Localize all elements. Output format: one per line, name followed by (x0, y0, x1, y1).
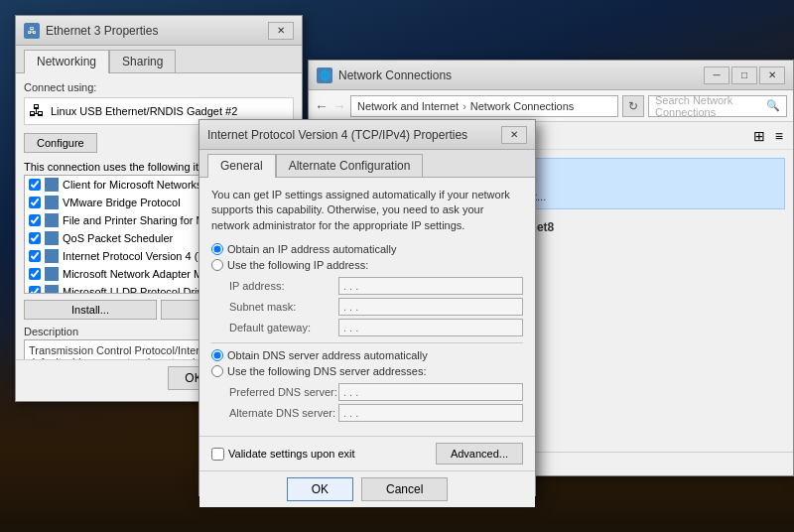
preferred-dns-input[interactable] (338, 383, 523, 401)
tab-sharing[interactable]: Sharing (109, 50, 176, 72)
item-2-icon (45, 213, 59, 227)
preferred-dns-label: Preferred DNS server: (229, 386, 338, 398)
ip-address-input[interactable] (338, 277, 523, 295)
tcpip-info-text: You can get IP settings assigned automat… (211, 188, 523, 233)
auto-dns-radio[interactable] (211, 349, 223, 361)
tcpip-titlebar: Internet Protocol Version 4 (TCP/IPv4) P… (199, 120, 535, 150)
item-5-icon (45, 267, 59, 281)
props-titlebar: 🖧 Ethernet 3 Properties ✕ (16, 16, 302, 46)
item-4-checkbox[interactable] (29, 250, 41, 262)
props-window-controls: ✕ (268, 22, 294, 40)
validate-row: Validate settings upon exit (211, 448, 355, 461)
tcpip-ok-button[interactable]: OK (287, 477, 353, 501)
auto-ip-label: Obtain an IP address automatically (227, 243, 396, 255)
gateway-input[interactable] (338, 319, 523, 336)
manual-dns-radio[interactable] (211, 365, 223, 377)
auto-ip-radio[interactable] (211, 243, 223, 255)
connect-using-label: Connect using: (24, 81, 294, 93)
close-button[interactable]: ✕ (759, 66, 785, 84)
maximize-button[interactable]: □ (731, 66, 757, 84)
forward-button[interactable]: → (332, 98, 346, 114)
tcpip-window: Internet Protocol Version 4 (TCP/IPv4) P… (198, 119, 536, 496)
ip-fields-group: IP address: Subnet mask: Default gateway… (229, 277, 523, 336)
props-window-icon: 🖧 (24, 23, 40, 39)
minimize-button[interactable]: ─ (704, 66, 729, 84)
advanced-button[interactable]: Advanced... (436, 443, 523, 465)
item-2-checkbox[interactable] (29, 214, 41, 226)
validate-label: Validate settings upon exit (228, 448, 355, 460)
auto-dns-label: Obtain DNS server address automatically (227, 349, 428, 361)
alternate-dns-label: Alternate DNS server: (229, 407, 338, 419)
manual-dns-row: Use the following DNS server addresses: (211, 365, 523, 377)
ip-address-row: IP address: (229, 277, 523, 295)
refresh-button[interactable]: ↻ (622, 95, 644, 117)
search-box[interactable]: Search Network Connections 🔍 (648, 95, 787, 117)
subnet-mask-row: Subnet mask: (229, 298, 523, 316)
props-tabs: Networking Sharing (16, 46, 302, 73)
tab-networking[interactable]: Networking (24, 50, 109, 73)
network-window-titlebar: 🌐 Network Connections ─ □ ✕ (309, 61, 793, 90)
item-6-label: Microsoft LLDP Protocol Driver (63, 286, 212, 294)
item-3-icon (45, 231, 59, 245)
subnet-mask-label: Subnet mask: (229, 301, 338, 313)
subnet-mask-input[interactable] (338, 298, 523, 316)
view-grid-icon[interactable]: ⊞ (749, 128, 769, 144)
divider (211, 342, 523, 343)
auto-ip-row: Obtain an IP address automatically (211, 243, 523, 255)
search-icon: 🔍 (766, 99, 780, 112)
network-window-controls: ─ □ ✕ (704, 66, 785, 84)
manual-ip-row: Use the following IP address: (211, 259, 523, 271)
manual-dns-label: Use the following DNS server addresses: (227, 365, 427, 377)
alternate-dns-input[interactable] (338, 404, 523, 422)
adapter-connected-icon: 🖧 (29, 102, 45, 120)
adapter-connected-name: Linux USB Ethernet/RNDIS Gadget #2 (51, 105, 237, 117)
tcpip-window-controls: ✕ (501, 126, 527, 144)
tcpip-cancel-button[interactable]: Cancel (361, 477, 448, 501)
item-3-checkbox[interactable] (29, 232, 41, 244)
breadcrumb-part1: Network and Internet (357, 100, 459, 112)
item-0-checkbox[interactable] (29, 179, 41, 191)
manual-ip-radio[interactable] (211, 259, 223, 271)
network-window-title: Network Connections (338, 68, 704, 82)
tcpip-tab-general[interactable]: General (207, 154, 276, 178)
search-placeholder: Search Network Connections (655, 94, 762, 118)
auto-dns-row: Obtain DNS server address automatically (211, 349, 523, 361)
tcpip-content: You can get IP settings assigned automat… (199, 178, 535, 436)
view-list-icon[interactable]: ≡ (771, 128, 787, 144)
configure-button[interactable]: Configure (24, 133, 97, 153)
tcpip-title: Internet Protocol Version 4 (TCP/IPv4) P… (207, 128, 501, 142)
dns-fields-group: Preferred DNS server: Alternate DNS serv… (229, 383, 523, 422)
props-close-button[interactable]: ✕ (268, 22, 294, 40)
item-6-checkbox[interactable] (29, 286, 41, 294)
gateway-label: Default gateway: (229, 322, 338, 333)
validate-checkbox[interactable] (211, 448, 224, 461)
manual-ip-label: Use the following IP address: (227, 259, 368, 271)
item-1-icon (45, 196, 59, 209)
ip-address-label: IP address: (229, 280, 338, 292)
item-0-label: Client for Microsoft Networks (63, 179, 202, 191)
props-window-title: Ethernet 3 Properties (46, 24, 268, 38)
install-button[interactable]: Install... (24, 300, 157, 320)
item-0-icon (45, 178, 59, 192)
tcpip-ok-cancel: OK Cancel (199, 470, 535, 507)
item-6-icon (45, 285, 59, 294)
tcpip-bottom-bar: Validate settings upon exit Advanced... (199, 436, 535, 470)
item-5-checkbox[interactable] (29, 268, 41, 280)
breadcrumb-nav[interactable]: Network and Internet › Network Connectio… (350, 95, 618, 117)
back-button[interactable]: ← (315, 98, 329, 114)
address-bar: ← → Network and Internet › Network Conne… (309, 90, 793, 122)
breadcrumb-part2: Network Connections (470, 100, 575, 112)
breadcrumb-sep1: › (463, 100, 466, 112)
tcpip-tabs: General Alternate Configuration (199, 150, 535, 178)
preferred-dns-row: Preferred DNS server: (229, 383, 523, 401)
dns-group: Obtain DNS server address automatically … (211, 349, 523, 377)
ip-address-group: Obtain an IP address automatically Use t… (211, 243, 523, 271)
item-1-checkbox[interactable] (29, 197, 41, 208)
tcpip-tab-alternate[interactable]: Alternate Configuration (276, 154, 424, 177)
network-window-icon: 🌐 (317, 67, 332, 83)
item-1-label: VMware Bridge Protocol (63, 197, 181, 208)
item-4-icon (45, 249, 59, 263)
item-3-label: QoS Packet Scheduler (63, 232, 173, 244)
alternate-dns-row: Alternate DNS server: (229, 404, 523, 422)
tcpip-close-button[interactable]: ✕ (501, 126, 527, 144)
